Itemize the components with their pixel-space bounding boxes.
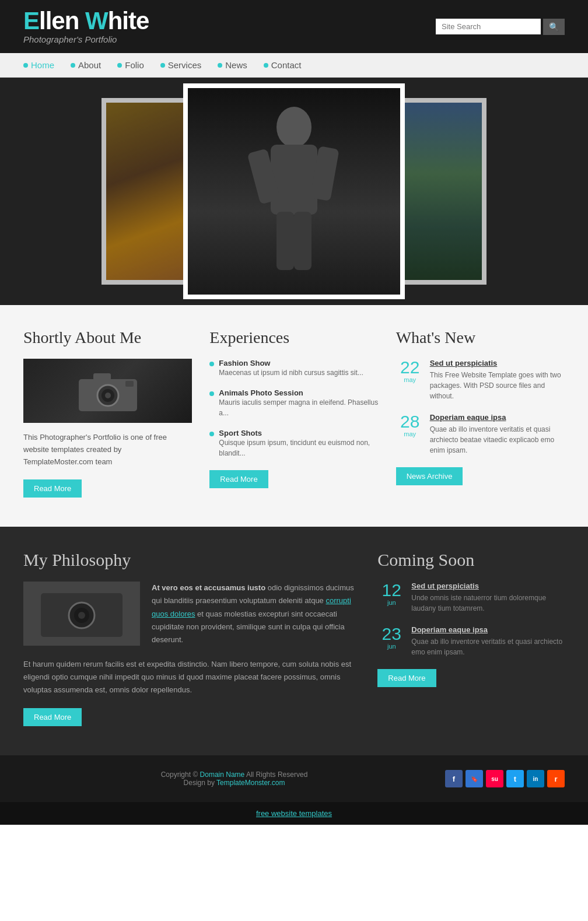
footer-left: Copyright © Domain Name All Rights Reser…	[23, 771, 445, 787]
cs-title-2: Doperiam eaque ipsa	[411, 625, 565, 634]
cs-text-1: Unde omnis iste natuerror tium doloremqu…	[411, 593, 565, 614]
nav-home[interactable]: Home	[23, 60, 54, 70]
social-delicious[interactable]: 🔖	[466, 770, 483, 787]
footer-bottom-link[interactable]: free website templates	[256, 809, 332, 818]
footer-bottom: free website templates	[0, 802, 588, 825]
philosophy-image	[23, 582, 140, 646]
nav-folio[interactable]: Folio	[117, 60, 144, 70]
philosophy-camera-svg	[23, 582, 140, 646]
svg-rect-5	[294, 212, 312, 270]
search-input[interactable]	[436, 19, 541, 34]
cs-item-2: 23 jun Doperiam eaque ipsa Quae ab illo …	[377, 625, 565, 657]
nav-contact[interactable]: Contact	[264, 60, 302, 70]
social-linkedin[interactable]: in	[527, 770, 544, 787]
nav-dot	[218, 63, 222, 68]
about-image	[23, 359, 192, 423]
news-month-1: may	[396, 376, 424, 383]
coming-soon-read-more-button[interactable]: Read More	[377, 669, 436, 687]
news-day-1: 22	[396, 359, 424, 376]
experience-title-2: Animals Photo Session	[219, 388, 378, 397]
footer-rights: All Rights Reserved	[244, 771, 307, 779]
news-content-1: Sed ut perspiciatis This Free Website Te…	[430, 359, 565, 401]
nav-dot	[264, 63, 268, 68]
slide-right	[393, 98, 487, 285]
svg-point-0	[276, 107, 312, 148]
footer-domain-link[interactable]: Domain Name	[200, 771, 245, 779]
philosophy-body: Et harum quidem rerum facilis est et exp…	[23, 658, 360, 696]
experience-text-3: Quisque ipsum ipsum, tincidunt eu euismo…	[219, 437, 378, 458]
social-icons: f 🔖 su t in r	[445, 770, 565, 787]
about-column: Shortly About Me This Photographer's Por…	[23, 328, 192, 498]
news-month-2: may	[396, 430, 424, 437]
news-title-1: Sed ut perspiciatis	[430, 359, 565, 367]
cs-day-1: 12	[377, 582, 405, 599]
logo-subtitle: Photographer's Portfolio	[23, 34, 149, 44]
logo-rest-1: llen	[39, 7, 85, 34]
nav-about[interactable]: About	[71, 60, 101, 70]
svg-rect-10	[93, 373, 111, 380]
coming-soon-column: Coming Soon 12 jun Sed ut perspiciatis U…	[377, 550, 565, 726]
experience-item-1: Fashion Show Maecenas ut ipsum id nibh c…	[209, 359, 378, 378]
social-reddit[interactable]: r	[547, 770, 565, 787]
about-read-more-button[interactable]: Read More	[23, 479, 82, 498]
footer-design-line: Design by TemplateMonster.com	[23, 779, 445, 787]
logo-accent-w: W	[85, 7, 108, 34]
svg-rect-4	[276, 212, 294, 270]
cs-text-2: Quae ab illo inventore veritatis et quas…	[411, 636, 565, 657]
social-facebook[interactable]: f	[445, 770, 463, 787]
news-item-1: 22 may Sed ut perspiciatis This Free Web…	[396, 359, 565, 401]
experience-title-1: Fashion Show	[219, 359, 363, 367]
bullet-icon	[209, 432, 214, 436]
social-twitter[interactable]: t	[506, 770, 524, 787]
logo-area: Ellen White Photographer's Portfolio	[23, 9, 149, 44]
cs-month-1: jun	[377, 599, 405, 606]
experience-content-2: Animals Photo Session Mauris iaculis sem…	[219, 388, 378, 418]
main-content: Shortly About Me This Photographer's Por…	[0, 305, 588, 527]
slide-center	[183, 83, 405, 299]
experience-content-3: Sport Shots Quisque ipsum ipsum, tincidu…	[219, 429, 378, 458]
svg-rect-1	[271, 145, 317, 215]
experience-item-2: Animals Photo Session Mauris iaculis sem…	[209, 388, 378, 418]
philosophy-intro-bold: At vero eos et accusamus iusto	[152, 583, 265, 592]
cs-day-2: 23	[377, 625, 405, 643]
coming-soon-title: Coming Soon	[377, 550, 565, 570]
nav-services[interactable]: Services	[160, 60, 202, 70]
slide-right-image	[398, 103, 482, 280]
search-button[interactable]: 🔍	[543, 19, 565, 35]
header: Ellen White Photographer's Portfolio 🔍	[0, 0, 588, 53]
logo-title: Ellen White	[23, 9, 149, 33]
center-slide-svg	[236, 92, 352, 290]
cs-date-2: 23 jun	[377, 625, 405, 657]
philosophy-read-more-button[interactable]: Read More	[23, 708, 82, 726]
logo-rest-2: hite	[108, 7, 149, 34]
footer-design-link[interactable]: TemplateMonster.com	[216, 779, 285, 787]
nav: Home About Folio Services News Contact	[0, 53, 588, 78]
footer: Copyright © Domain Name All Rights Reser…	[0, 755, 588, 802]
news-item-2: 28 may Doperiam eaque ipsa Quae ab illo …	[396, 413, 565, 456]
experiences-read-more-button[interactable]: Read More	[209, 470, 268, 488]
whats-new-column: What's New 22 may Sed ut perspiciatis Th…	[396, 328, 565, 498]
nav-dot	[23, 63, 28, 68]
nav-dot	[71, 63, 75, 68]
nav-news[interactable]: News	[218, 60, 247, 70]
bullet-icon	[209, 391, 214, 396]
svg-rect-11	[125, 381, 134, 387]
experiences-column: Experiences Fashion Show Maecenas ut ips…	[209, 328, 378, 498]
experience-text-1: Maecenas ut ipsum id nibh cursus sagitti…	[219, 367, 363, 378]
copyright-text: Copyright ©	[161, 771, 200, 779]
cs-content-1: Sed ut perspiciatis Unde omnis iste natu…	[411, 582, 565, 614]
news-date-1: 22 may	[396, 359, 424, 401]
news-archive-button[interactable]: News Archive	[396, 467, 463, 485]
experience-text-2: Mauris iaculis semper magna in eleifend.…	[219, 397, 378, 418]
social-stumbleupon[interactable]: su	[486, 770, 503, 787]
experiences-list: Fashion Show Maecenas ut ipsum id nibh c…	[209, 359, 378, 458]
camera-svg	[67, 365, 149, 417]
logo-accent-e: E	[23, 7, 39, 34]
nav-dot	[160, 63, 165, 68]
cs-item-1: 12 jun Sed ut perspiciatis Unde omnis is…	[377, 582, 565, 614]
philosophy-column: My Philosophy At vero eos et accusamus i…	[23, 550, 360, 726]
news-title-2: Doperiam eaque ipsa	[430, 413, 565, 422]
cs-content-2: Doperiam eaque ipsa Quae ab illo invento…	[411, 625, 565, 657]
news-day-2: 28	[396, 413, 424, 430]
news-text-1: This Free Website Template goes with two…	[430, 370, 565, 401]
